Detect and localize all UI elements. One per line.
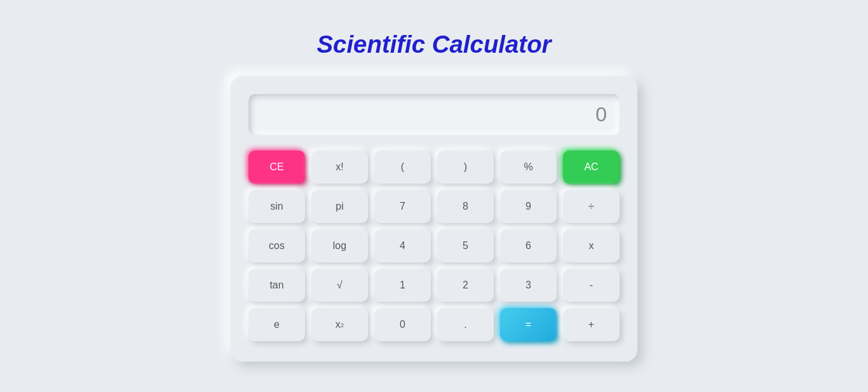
btn-3[interactable]: 3 bbox=[500, 269, 557, 302]
btn-fact[interactable]: x! bbox=[311, 151, 368, 184]
btn-7[interactable]: 7 bbox=[374, 190, 431, 223]
buttons-grid: CEx!()%ACsinpi789÷coslog456xtan√123-ex20… bbox=[248, 151, 620, 341]
btn-tan[interactable]: tan bbox=[248, 269, 305, 302]
display-value: 0 bbox=[595, 103, 607, 126]
btn-e[interactable]: e bbox=[248, 308, 305, 341]
display-area: 0 bbox=[248, 94, 620, 135]
btn-log[interactable]: log bbox=[311, 229, 368, 262]
btn-ce[interactable]: CE bbox=[248, 151, 305, 184]
btn-equals[interactable]: = bbox=[500, 308, 557, 341]
btn-pow2[interactable]: x2 bbox=[311, 308, 368, 341]
btn-sin[interactable]: sin bbox=[248, 190, 305, 223]
btn-percent[interactable]: % bbox=[500, 151, 557, 184]
btn-9[interactable]: 9 bbox=[500, 190, 557, 223]
page-title: Scientific Calculator bbox=[316, 30, 551, 58]
btn-1[interactable]: 1 bbox=[374, 269, 431, 302]
btn-4[interactable]: 4 bbox=[374, 229, 431, 262]
btn-8[interactable]: 8 bbox=[437, 190, 494, 223]
btn-div[interactable]: ÷ bbox=[563, 190, 620, 223]
btn-2[interactable]: 2 bbox=[437, 269, 494, 302]
btn-rparen[interactable]: ) bbox=[437, 151, 494, 184]
btn-ac[interactable]: AC bbox=[563, 151, 620, 184]
btn-cos[interactable]: cos bbox=[248, 229, 305, 262]
btn-dot[interactable]: . bbox=[437, 308, 494, 341]
calculator-wrapper: 0 CEx!()%ACsinpi789÷coslog456xtan√123-ex… bbox=[231, 76, 637, 362]
btn-0[interactable]: 0 bbox=[374, 308, 431, 341]
btn-add[interactable]: + bbox=[563, 308, 620, 341]
btn-sub[interactable]: - bbox=[563, 269, 620, 302]
btn-lparen[interactable]: ( bbox=[374, 151, 431, 184]
btn-5[interactable]: 5 bbox=[437, 229, 494, 262]
btn-sqrt[interactable]: √ bbox=[311, 269, 368, 302]
btn-mul[interactable]: x bbox=[563, 229, 620, 262]
btn-6[interactable]: 6 bbox=[500, 229, 557, 262]
btn-pi[interactable]: pi bbox=[311, 190, 368, 223]
